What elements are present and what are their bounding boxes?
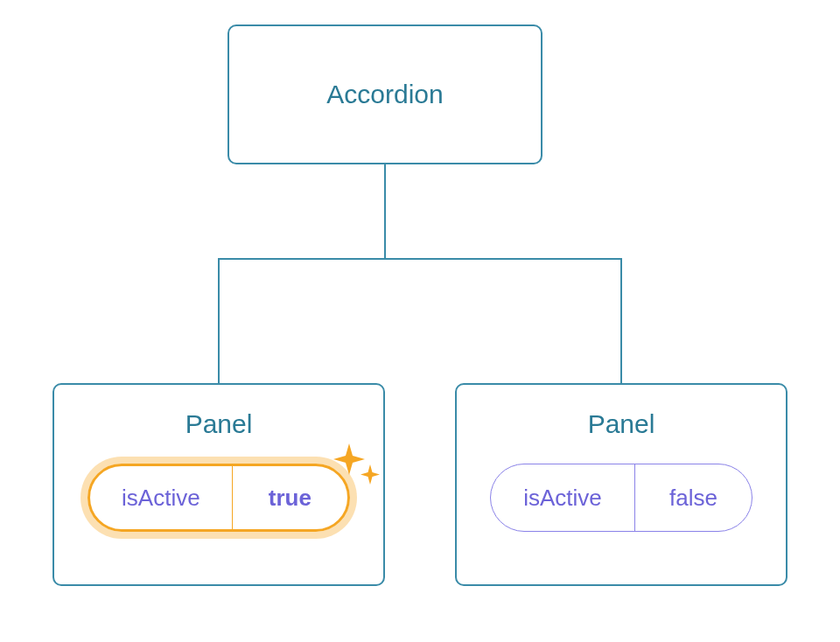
prop-pill: isActive false bbox=[490, 464, 752, 532]
connector-line bbox=[218, 258, 220, 383]
connector-line bbox=[620, 258, 622, 383]
connector-line bbox=[218, 258, 622, 260]
node-accordion: Accordion bbox=[228, 24, 542, 164]
node-label: Panel bbox=[588, 409, 655, 439]
node-label: Panel bbox=[186, 409, 253, 439]
node-panel-left: Panel isActive true bbox=[52, 383, 385, 586]
prop-name: isActive bbox=[90, 466, 233, 529]
prop-name: isActive bbox=[491, 464, 635, 531]
prop-value: false bbox=[635, 464, 752, 531]
connector-line bbox=[384, 164, 386, 258]
node-label: Accordion bbox=[326, 80, 443, 109]
sparkle-icon bbox=[330, 440, 382, 492]
prop-pill-active: isActive true bbox=[88, 464, 350, 532]
node-panel-right: Panel isActive false bbox=[455, 383, 788, 586]
